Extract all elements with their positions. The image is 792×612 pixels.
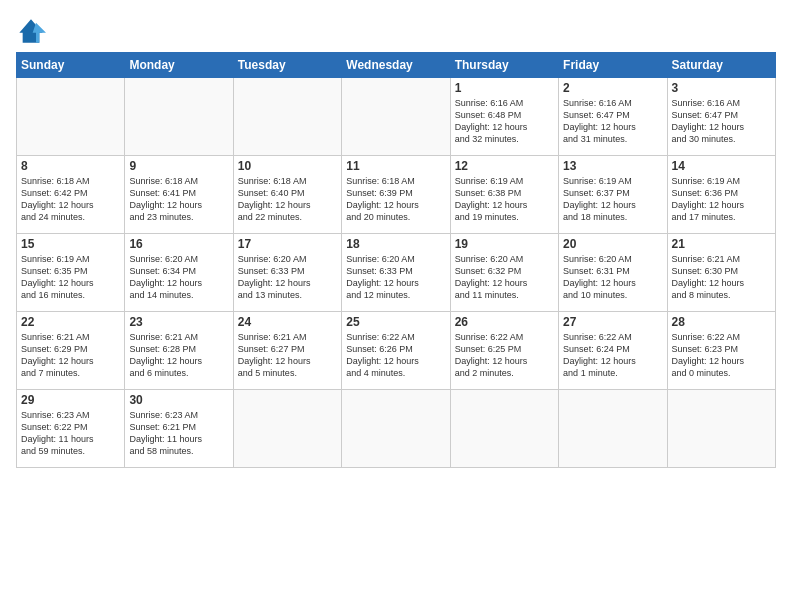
day-number: 9 [129,159,228,173]
calendar-cell: 30Sunrise: 6:23 AMSunset: 6:21 PMDayligh… [125,390,233,468]
calendar-cell: 26Sunrise: 6:22 AMSunset: 6:25 PMDayligh… [450,312,558,390]
day-number: 22 [21,315,120,329]
day-info: Sunrise: 6:18 AMSunset: 6:41 PMDaylight:… [129,175,228,224]
calendar-cell: 13Sunrise: 6:19 AMSunset: 6:37 PMDayligh… [559,156,667,234]
day-info: Sunrise: 6:21 AMSunset: 6:27 PMDaylight:… [238,331,337,380]
day-info: Sunrise: 6:19 AMSunset: 6:36 PMDaylight:… [672,175,771,224]
day-info: Sunrise: 6:18 AMSunset: 6:40 PMDaylight:… [238,175,337,224]
header [16,16,776,46]
column-header-sunday: Sunday [17,53,125,78]
logo-icon [16,16,46,46]
day-number: 17 [238,237,337,251]
column-header-tuesday: Tuesday [233,53,341,78]
calendar-cell: 25Sunrise: 6:22 AMSunset: 6:26 PMDayligh… [342,312,450,390]
calendar-cell: 16Sunrise: 6:20 AMSunset: 6:34 PMDayligh… [125,234,233,312]
day-info: Sunrise: 6:22 AMSunset: 6:25 PMDaylight:… [455,331,554,380]
day-number: 12 [455,159,554,173]
calendar-cell: 20Sunrise: 6:20 AMSunset: 6:31 PMDayligh… [559,234,667,312]
calendar-cell: 14Sunrise: 6:19 AMSunset: 6:36 PMDayligh… [667,156,775,234]
column-header-friday: Friday [559,53,667,78]
day-info: Sunrise: 6:20 AMSunset: 6:31 PMDaylight:… [563,253,662,302]
day-info: Sunrise: 6:16 AMSunset: 6:47 PMDaylight:… [672,97,771,146]
calendar-cell: 19Sunrise: 6:20 AMSunset: 6:32 PMDayligh… [450,234,558,312]
calendar-cell [342,390,450,468]
day-number: 19 [455,237,554,251]
day-number: 26 [455,315,554,329]
calendar-cell: 8Sunrise: 6:18 AMSunset: 6:42 PMDaylight… [17,156,125,234]
column-header-monday: Monday [125,53,233,78]
calendar-cell: 29Sunrise: 6:23 AMSunset: 6:22 PMDayligh… [17,390,125,468]
day-number: 24 [238,315,337,329]
calendar-cell [450,390,558,468]
day-number: 28 [672,315,771,329]
day-number: 14 [672,159,771,173]
day-info: Sunrise: 6:16 AMSunset: 6:48 PMDaylight:… [455,97,554,146]
logo [16,16,50,46]
calendar-cell [233,390,341,468]
day-number: 16 [129,237,228,251]
calendar-week-4: 29Sunrise: 6:23 AMSunset: 6:22 PMDayligh… [17,390,776,468]
day-info: Sunrise: 6:21 AMSunset: 6:30 PMDaylight:… [672,253,771,302]
calendar-cell: 10Sunrise: 6:18 AMSunset: 6:40 PMDayligh… [233,156,341,234]
day-number: 18 [346,237,445,251]
day-info: Sunrise: 6:20 AMSunset: 6:33 PMDaylight:… [346,253,445,302]
day-number: 23 [129,315,228,329]
day-info: Sunrise: 6:21 AMSunset: 6:28 PMDaylight:… [129,331,228,380]
day-number: 2 [563,81,662,95]
calendar-cell: 27Sunrise: 6:22 AMSunset: 6:24 PMDayligh… [559,312,667,390]
calendar-cell: 3Sunrise: 6:16 AMSunset: 6:47 PMDaylight… [667,78,775,156]
calendar-cell: 21Sunrise: 6:21 AMSunset: 6:30 PMDayligh… [667,234,775,312]
calendar-cell [667,390,775,468]
day-info: Sunrise: 6:16 AMSunset: 6:47 PMDaylight:… [563,97,662,146]
day-number: 1 [455,81,554,95]
calendar-week-3: 22Sunrise: 6:21 AMSunset: 6:29 PMDayligh… [17,312,776,390]
calendar-cell: 22Sunrise: 6:21 AMSunset: 6:29 PMDayligh… [17,312,125,390]
day-info: Sunrise: 6:22 AMSunset: 6:26 PMDaylight:… [346,331,445,380]
calendar-cell: 1Sunrise: 6:16 AMSunset: 6:48 PMDaylight… [450,78,558,156]
day-info: Sunrise: 6:19 AMSunset: 6:37 PMDaylight:… [563,175,662,224]
day-info: Sunrise: 6:18 AMSunset: 6:39 PMDaylight:… [346,175,445,224]
day-number: 27 [563,315,662,329]
day-info: Sunrise: 6:18 AMSunset: 6:42 PMDaylight:… [21,175,120,224]
calendar-cell [17,78,125,156]
calendar-week-0: 1Sunrise: 6:16 AMSunset: 6:48 PMDaylight… [17,78,776,156]
calendar-week-2: 15Sunrise: 6:19 AMSunset: 6:35 PMDayligh… [17,234,776,312]
header-row: SundayMondayTuesdayWednesdayThursdayFrid… [17,53,776,78]
day-info: Sunrise: 6:23 AMSunset: 6:22 PMDaylight:… [21,409,120,458]
day-number: 15 [21,237,120,251]
calendar-page: SundayMondayTuesdayWednesdayThursdayFrid… [0,0,792,478]
calendar-table: SundayMondayTuesdayWednesdayThursdayFrid… [16,52,776,468]
calendar-cell [559,390,667,468]
day-number: 10 [238,159,337,173]
day-number: 20 [563,237,662,251]
day-number: 29 [21,393,120,407]
day-number: 30 [129,393,228,407]
day-info: Sunrise: 6:23 AMSunset: 6:21 PMDaylight:… [129,409,228,458]
calendar-cell [233,78,341,156]
column-header-wednesday: Wednesday [342,53,450,78]
column-header-saturday: Saturday [667,53,775,78]
calendar-cell: 23Sunrise: 6:21 AMSunset: 6:28 PMDayligh… [125,312,233,390]
column-header-thursday: Thursday [450,53,558,78]
day-info: Sunrise: 6:19 AMSunset: 6:35 PMDaylight:… [21,253,120,302]
calendar-cell: 18Sunrise: 6:20 AMSunset: 6:33 PMDayligh… [342,234,450,312]
day-number: 25 [346,315,445,329]
calendar-week-1: 8Sunrise: 6:18 AMSunset: 6:42 PMDaylight… [17,156,776,234]
day-info: Sunrise: 6:19 AMSunset: 6:38 PMDaylight:… [455,175,554,224]
day-info: Sunrise: 6:22 AMSunset: 6:24 PMDaylight:… [563,331,662,380]
day-number: 3 [672,81,771,95]
day-number: 8 [21,159,120,173]
calendar-cell: 9Sunrise: 6:18 AMSunset: 6:41 PMDaylight… [125,156,233,234]
calendar-cell: 17Sunrise: 6:20 AMSunset: 6:33 PMDayligh… [233,234,341,312]
calendar-cell: 2Sunrise: 6:16 AMSunset: 6:47 PMDaylight… [559,78,667,156]
calendar-cell: 12Sunrise: 6:19 AMSunset: 6:38 PMDayligh… [450,156,558,234]
day-info: Sunrise: 6:20 AMSunset: 6:34 PMDaylight:… [129,253,228,302]
day-info: Sunrise: 6:22 AMSunset: 6:23 PMDaylight:… [672,331,771,380]
calendar-cell [342,78,450,156]
calendar-cell: 15Sunrise: 6:19 AMSunset: 6:35 PMDayligh… [17,234,125,312]
day-info: Sunrise: 6:20 AMSunset: 6:33 PMDaylight:… [238,253,337,302]
calendar-cell: 28Sunrise: 6:22 AMSunset: 6:23 PMDayligh… [667,312,775,390]
day-number: 11 [346,159,445,173]
day-info: Sunrise: 6:20 AMSunset: 6:32 PMDaylight:… [455,253,554,302]
day-info: Sunrise: 6:21 AMSunset: 6:29 PMDaylight:… [21,331,120,380]
